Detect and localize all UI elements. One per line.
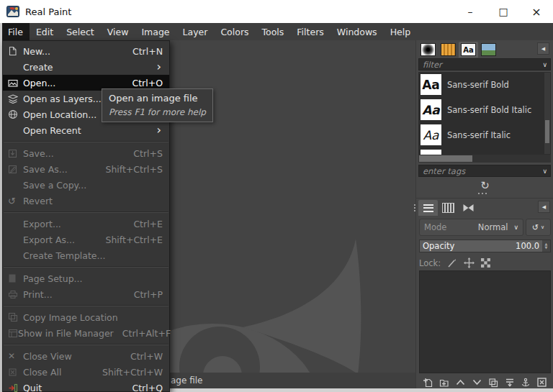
menu-view[interactable]: View: [101, 23, 135, 40]
menu-separator: [4, 266, 168, 268]
menu-separator: [4, 211, 168, 213]
font-filter-input[interactable]: filter ∨: [418, 58, 551, 70]
font-list-item[interactable]: Aa Sans-serif Italic: [418, 122, 551, 147]
image-icon: [481, 43, 496, 56]
paths-icon: [462, 203, 475, 213]
tab-channels[interactable]: [439, 200, 458, 216]
menu-item-open-recent[interactable]: Open Recent ›: [3, 122, 169, 138]
quit-icon: [8, 383, 23, 392]
menu-filters[interactable]: Filters: [290, 23, 330, 40]
chevron-down-icon: ∨: [542, 168, 547, 175]
font-sample-thumbnail: Aa: [421, 99, 441, 120]
submenu-arrow-icon: ›: [157, 63, 161, 70]
new-layer-button[interactable]: [421, 377, 434, 388]
save-as-icon: [8, 165, 23, 174]
layer-mode-value: Normal: [478, 222, 508, 232]
menu-item-quit[interactable]: Quit Ctrl+Q: [3, 380, 169, 392]
layers-panel: ◀ Mode Normal ∨ ↺ ∨ Opacity 100.0: [416, 198, 553, 389]
font-tags-input[interactable]: enter tags ∨: [418, 165, 551, 177]
tooltip: Open an image file Press F1 for more hel…: [102, 88, 213, 122]
menu-item-create-template: Create Template...: [3, 247, 169, 263]
menu-windows[interactable]: Windows: [331, 23, 384, 40]
menu-item-new[interactable]: New... Ctrl+N: [3, 43, 169, 59]
lock-row: Lock:: [419, 257, 490, 268]
window-title: Real Paint: [25, 6, 71, 17]
menu-separator: [4, 305, 168, 306]
tab-patterns[interactable]: [439, 42, 458, 58]
filter-placeholder: filter: [423, 60, 542, 70]
panel-splitter-handle[interactable]: [478, 193, 493, 196]
menu-select[interactable]: Select: [60, 23, 101, 40]
anchor-layer-button[interactable]: [519, 377, 532, 388]
menu-item-close-all: Close All Shift+Ctrl+W: [3, 364, 169, 380]
menu-tools[interactable]: Tools: [256, 23, 291, 40]
menu-layer[interactable]: Layer: [176, 23, 215, 40]
menu-file[interactable]: File: [1, 23, 30, 40]
pattern-icon: [441, 43, 456, 56]
close-button[interactable]: ×: [520, 0, 553, 23]
dock-splitter-handle[interactable]: [414, 204, 415, 211]
revert-icon: ↺: [8, 196, 16, 206]
maximize-button[interactable]: □: [487, 0, 520, 23]
opacity-spinner[interactable]: ▲ ▼: [542, 240, 550, 252]
font-list-horizontal-scrollbar[interactable]: [418, 155, 551, 163]
new-layer-group-button[interactable]: [438, 377, 451, 388]
switch-mode-icon: ↺: [532, 223, 539, 232]
menu-edit[interactable]: Edit: [30, 23, 60, 40]
tooltip-title: Open an image file: [109, 93, 206, 104]
menu-colors[interactable]: Colors: [214, 23, 255, 40]
chevron-down-icon: ∨: [513, 224, 518, 231]
menu-item-export: Export... Ctrl+E: [3, 216, 169, 232]
layers-icon: [423, 204, 433, 212]
file-manager-icon: [8, 329, 18, 338]
refresh-fonts-button[interactable]: ↻: [416, 179, 553, 192]
chevron-down-icon: ∨: [541, 224, 544, 230]
tab-layers[interactable]: [418, 200, 438, 216]
chevron-down-icon: ∨: [542, 61, 547, 68]
tab-images[interactable]: [479, 42, 498, 58]
status-help-text: age file: [171, 375, 202, 386]
font-list: Aa Sans-serif Bold Aa Sans-serif Bold It…: [418, 72, 551, 163]
delete-layer-button[interactable]: [536, 377, 549, 388]
panel-menu-button[interactable]: ◀: [538, 201, 550, 213]
font-list-vertical-scrollbar[interactable]: [544, 73, 550, 154]
tab-fonts[interactable]: Aa: [459, 42, 478, 58]
menu-image[interactable]: Image: [135, 23, 176, 40]
menu-item-show-in-file-manager: Show in File Manager Ctrl+Alt+F: [3, 325, 169, 341]
wilber-watermark: [162, 234, 415, 373]
layer-mode-switch-button[interactable]: ↺ ∨: [526, 219, 551, 236]
close-view-icon: ✕: [8, 351, 15, 361]
merge-layers-button[interactable]: [503, 377, 516, 388]
raise-layer-button[interactable]: [454, 377, 467, 388]
layers-list[interactable]: [419, 270, 551, 373]
panel-menu-button[interactable]: ◀: [537, 42, 549, 55]
menu-item-save: Save... Ctrl+S: [3, 145, 169, 161]
font-list-item[interactable]: Aa Sans-serif Bold: [418, 72, 551, 97]
open-image-icon: [8, 78, 23, 88]
lock-alpha-icon[interactable]: [481, 258, 490, 268]
channels-icon: [442, 203, 454, 213]
tab-brushes[interactable]: [418, 42, 438, 58]
tab-paths[interactable]: [459, 200, 478, 216]
fonts-icon: Aa: [461, 43, 476, 56]
opacity-slider[interactable]: Opacity 100.0 ▲ ▼: [419, 240, 551, 252]
layer-mode-dropdown[interactable]: Mode Normal ∨: [419, 219, 523, 236]
right-dock: Aa ◀ filter ∨ Aa Sans-serif Bold Aa Sans…: [415, 40, 553, 388]
spin-down-icon: ▼: [545, 246, 548, 250]
menu-separator: [4, 344, 168, 345]
minimize-button[interactable]: –: [454, 0, 487, 23]
fonts-dock-tabs: Aa ◀: [416, 40, 553, 58]
menu-item-create[interactable]: Create ›: [3, 59, 169, 75]
font-list-item[interactable]: Aa Sans-serif Bold Italic: [418, 97, 551, 122]
new-document-icon: [8, 46, 23, 56]
brush-icon: [421, 43, 436, 56]
lock-position-icon[interactable]: [464, 257, 475, 268]
duplicate-layer-button[interactable]: [487, 377, 500, 388]
menu-separator: [4, 141, 168, 142]
window-controls: – □ ×: [454, 0, 553, 23]
lower-layer-button[interactable]: [470, 377, 483, 388]
menu-help[interactable]: Help: [384, 23, 418, 40]
page-setup-icon: [8, 273, 23, 283]
lock-pixels-icon[interactable]: [447, 258, 457, 268]
save-icon: [8, 149, 23, 158]
